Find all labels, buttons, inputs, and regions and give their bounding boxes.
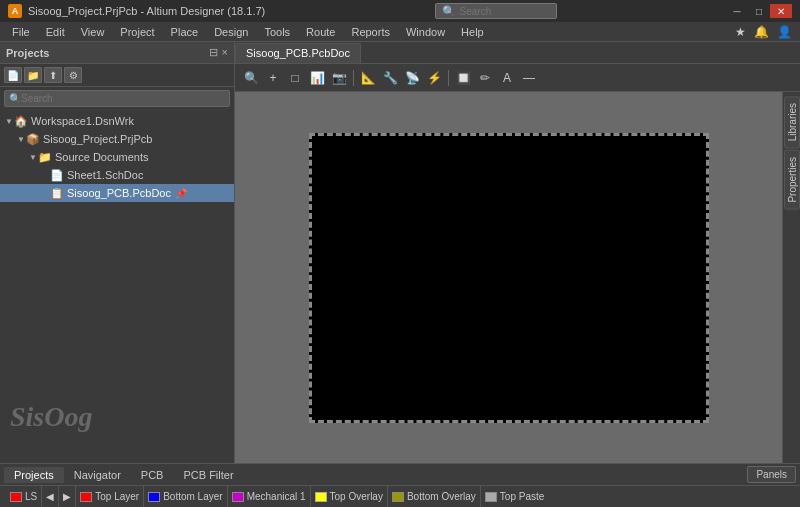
arrow-icon: ▼: [16, 134, 26, 144]
libraries-tab[interactable]: Libraries: [784, 96, 800, 148]
ls-swatch: [10, 492, 22, 502]
tab-pcbdoc[interactable]: Sisoog_PCB.PcbDoc: [235, 43, 361, 63]
top-paste-label: Top Paste: [500, 491, 544, 502]
menu-help[interactable]: Help: [453, 24, 492, 40]
zoom-tool-button[interactable]: 🔍: [241, 68, 261, 88]
menu-reports[interactable]: Reports: [343, 24, 398, 40]
top-paste-segment[interactable]: Top Paste: [481, 486, 548, 507]
line-button[interactable]: —: [519, 68, 539, 88]
sheet1-label: Sheet1.SchDoc: [67, 169, 143, 181]
tree-source-docs[interactable]: ▼ 📁 Source Documents: [0, 148, 234, 166]
project-icon: 📦: [26, 132, 40, 146]
tree-project[interactable]: ▼ 📦 Sisoog_Project.PrjPcb: [0, 130, 234, 148]
search-box[interactable]: 🔍: [4, 90, 230, 107]
editor-toolbar: 🔍 + □ 📊 📷 📐 🔧 📡 ⚡ 🔲 ✏ A —: [235, 64, 800, 92]
top-paste-swatch: [485, 492, 497, 502]
top-layer-swatch: [80, 492, 92, 502]
arrow-placeholder: [40, 188, 50, 198]
title-search-input[interactable]: [460, 6, 550, 17]
menu-project[interactable]: Project: [112, 24, 162, 40]
bottom-overlay-segment[interactable]: Bottom Overlay: [388, 486, 481, 507]
text-button[interactable]: A: [497, 68, 517, 88]
menu-tools[interactable]: Tools: [256, 24, 298, 40]
bottom-overlay-swatch: [392, 492, 404, 502]
top-overlay-label: Top Overlay: [330, 491, 383, 502]
tree-sheet1[interactable]: 📄 Sheet1.SchDoc: [0, 166, 234, 184]
project-search-input[interactable]: [21, 93, 225, 104]
watermark: SisOog: [10, 401, 92, 433]
ls-indicator: LS: [6, 486, 42, 507]
folder-icon: 📁: [38, 150, 52, 164]
menu-window[interactable]: Window: [398, 24, 453, 40]
active-doc-icon: 📌: [175, 188, 187, 199]
new-doc-button[interactable]: 📄: [4, 67, 22, 83]
star-icon[interactable]: ★: [735, 25, 746, 39]
workspace-label: Workspace1.DsnWrk: [31, 115, 134, 127]
ls-label: LS: [25, 491, 37, 502]
panel-menu-icon[interactable]: ⊟: [209, 46, 218, 59]
schematic-icon: 📄: [50, 168, 64, 182]
select-button[interactable]: 🔲: [453, 68, 473, 88]
bottom-layer-segment[interactable]: Bottom Layer: [144, 486, 227, 507]
nav-prev[interactable]: ◀: [42, 486, 59, 507]
panel-header: Projects ⊟ ×: [0, 42, 234, 64]
menu-view[interactable]: View: [73, 24, 113, 40]
tree-pcbdoc[interactable]: 📋 Sisoog_PCB.PcbDoc 📌: [0, 184, 234, 202]
menu-edit[interactable]: Edit: [38, 24, 73, 40]
chart-button[interactable]: 📊: [307, 68, 327, 88]
title-search[interactable]: 🔍: [435, 3, 557, 19]
panel-title: Projects: [6, 47, 49, 59]
nav-next[interactable]: ▶: [59, 486, 76, 507]
minimize-button[interactable]: ─: [726, 4, 748, 18]
menu-file[interactable]: File: [4, 24, 38, 40]
tab-bar: Sisoog_PCB.PcbDoc: [235, 42, 800, 64]
user-icon[interactable]: 👤: [777, 25, 792, 39]
project-label: Sisoog_Project.PrjPcb: [43, 133, 152, 145]
menu-place[interactable]: Place: [163, 24, 207, 40]
panels-button[interactable]: Panels: [747, 466, 796, 483]
btab-projects[interactable]: Projects: [4, 467, 64, 483]
pcbdoc-label: Sisoog_PCB.PcbDoc: [67, 187, 171, 199]
menu-route[interactable]: Route: [298, 24, 343, 40]
upload-button[interactable]: ⬆: [44, 67, 62, 83]
mechanical1-label: Mechanical 1: [247, 491, 306, 502]
measure-button[interactable]: 📐: [358, 68, 378, 88]
btab-pcb[interactable]: PCB: [131, 467, 174, 483]
workspace-icon: 🏠: [14, 114, 28, 128]
camera-button[interactable]: 📷: [329, 68, 349, 88]
bottom-layer-label: Bottom Layer: [163, 491, 222, 502]
rect-button[interactable]: □: [285, 68, 305, 88]
close-button[interactable]: ✕: [770, 4, 792, 18]
arrow-icon: ▼: [28, 152, 38, 162]
tree-workspace[interactable]: ▼ 🏠 Workspace1.DsnWrk: [0, 112, 234, 130]
top-layer-segment[interactable]: Top Layer: [76, 486, 144, 507]
mechanical1-segment[interactable]: Mechanical 1: [228, 486, 311, 507]
btab-navigator[interactable]: Navigator: [64, 467, 131, 483]
top-overlay-segment[interactable]: Top Overlay: [311, 486, 388, 507]
wrench-button[interactable]: 🔧: [380, 68, 400, 88]
title-text: Sisoog_Project.PrjPcb - Altium Designer …: [28, 5, 265, 17]
pen-button[interactable]: ✏: [475, 68, 495, 88]
btab-pcb-filter[interactable]: PCB Filter: [173, 467, 243, 483]
top-overlay-swatch: [315, 492, 327, 502]
title-bar: A Sisoog_Project.PrjPcb - Altium Designe…: [0, 0, 800, 22]
bell-icon[interactable]: 🔔: [754, 25, 769, 39]
right-sidebar: Libraries Properties: [782, 92, 800, 463]
menu-design[interactable]: Design: [206, 24, 256, 40]
settings-button[interactable]: ⚙: [64, 67, 82, 83]
bottom-layer-swatch: [148, 492, 160, 502]
add-button[interactable]: +: [263, 68, 283, 88]
panel-pin-icon[interactable]: ×: [222, 46, 228, 59]
search-icon: 🔍: [9, 93, 21, 104]
right-panel: Sisoog_PCB.PcbDoc 🔍 + □ 📊 📷 📐 🔧 📡 ⚡ 🔲 ✏ …: [235, 42, 800, 463]
arrow-placeholder: [40, 170, 50, 180]
left-panel: Projects ⊟ × 📄 📁 ⬆ ⚙ 🔍 ▼ 🏠 Workspace1.Ds…: [0, 42, 235, 463]
pcb-canvas[interactable]: [235, 92, 782, 463]
power-button[interactable]: ⚡: [424, 68, 444, 88]
top-layer-label: Top Layer: [95, 491, 139, 502]
properties-tab[interactable]: Properties: [784, 150, 800, 210]
menu-bar: File Edit View Project Place Design Tool…: [0, 22, 800, 42]
maximize-button[interactable]: □: [748, 4, 770, 18]
antenna-button[interactable]: 📡: [402, 68, 422, 88]
open-folder-button[interactable]: 📁: [24, 67, 42, 83]
